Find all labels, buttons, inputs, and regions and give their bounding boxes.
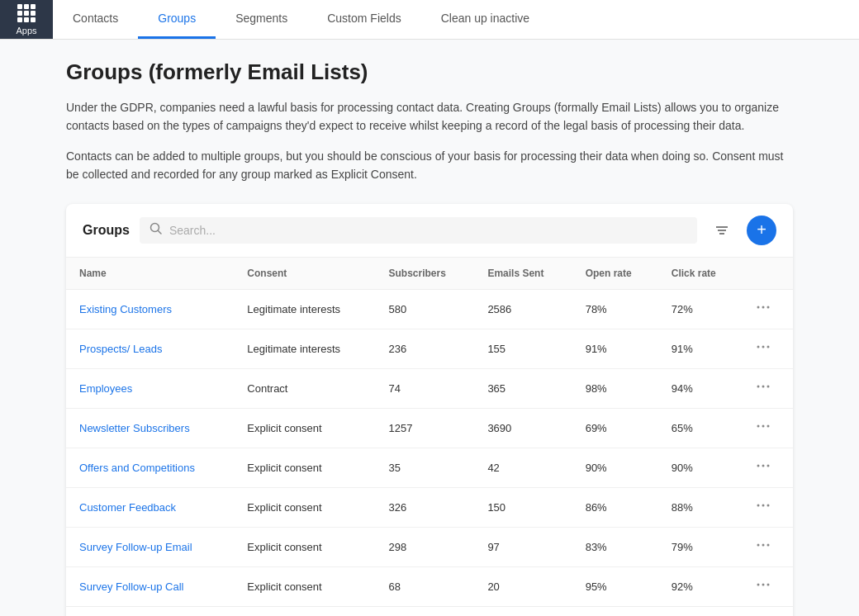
cell-name[interactable]: Survey Follow-up Email xyxy=(66,527,234,566)
col-name: Name xyxy=(66,258,234,290)
table-row: Prospects/ Leads Legitimate interests 23… xyxy=(66,329,793,368)
nav-tabs: Contacts Groups Segments Custom Fields C… xyxy=(53,0,549,39)
page-title: Groups (formerly Email Lists) xyxy=(66,59,793,85)
cell-open-rate: 86% xyxy=(572,487,658,527)
svg-point-26 xyxy=(757,583,760,585)
table-row: Existing Customers Legitimate interests … xyxy=(66,289,793,329)
add-group-button[interactable]: + xyxy=(747,216,776,245)
cell-consent: Contract xyxy=(234,368,375,408)
cell-consent: Explicit consent xyxy=(234,527,375,566)
description-1: Under the GDPR, companies need a lawful … xyxy=(66,98,793,135)
table-row: Newsletter Subscribers Explicit consent … xyxy=(66,408,793,448)
cell-actions[interactable] xyxy=(742,329,793,368)
svg-point-19 xyxy=(767,464,770,467)
cell-consent: Legitimate interests xyxy=(234,289,375,329)
cell-click-rate: 72% xyxy=(658,289,743,329)
cell-name[interactable]: Offers and Competitions xyxy=(66,448,234,487)
apps-label: Apps xyxy=(16,26,36,36)
col-click-rate: Click rate xyxy=(658,258,743,290)
cell-consent: Explicit consent xyxy=(234,448,375,487)
cell-name[interactable]: Survey Follow-up Call xyxy=(66,566,234,606)
row-actions-button[interactable] xyxy=(755,538,771,555)
cell-consent: Legitimate interests xyxy=(234,329,375,368)
table-row: Survey Follow-up Email Explicit consent … xyxy=(66,527,793,566)
table-header-row: Name Consent Subscribers Emails Sent Ope… xyxy=(66,258,793,290)
row-actions-button[interactable] xyxy=(755,578,771,595)
svg-point-15 xyxy=(762,424,765,427)
cell-open-rate: 83% xyxy=(572,527,658,566)
cell-subscribers: 326 xyxy=(376,487,475,527)
cell-subscribers: 236 xyxy=(376,329,475,368)
cell-emails-sent: 2586 xyxy=(474,289,572,329)
cell-click-rate: 88% xyxy=(658,487,743,527)
cell-actions[interactable] xyxy=(742,527,793,566)
cell-open-rate: 69% xyxy=(572,408,658,448)
svg-point-20 xyxy=(757,504,760,506)
svg-point-17 xyxy=(757,464,760,467)
cell-actions[interactable] xyxy=(742,566,793,606)
cell-subscribers: 68 xyxy=(376,566,475,606)
apps-grid-icon xyxy=(17,4,36,22)
add-icon: + xyxy=(757,220,766,239)
cell-emails-sent: 150 xyxy=(474,487,572,527)
row-actions-button[interactable] xyxy=(755,419,771,436)
row-actions-button[interactable] xyxy=(755,459,771,476)
cell-name[interactable]: Customer Feedback xyxy=(66,487,234,527)
table-card-title: Groups xyxy=(83,223,130,238)
svg-point-18 xyxy=(762,464,765,467)
svg-point-10 xyxy=(767,345,770,348)
tab-segments[interactable]: Segments xyxy=(216,0,307,39)
cell-click-rate: 90% xyxy=(658,448,743,487)
svg-point-22 xyxy=(767,504,770,506)
svg-point-9 xyxy=(762,345,765,348)
table-row: Survey Follow-up Call Explicit consent 6… xyxy=(66,566,793,606)
cell-subscribers: 1257 xyxy=(376,408,475,448)
col-actions xyxy=(742,258,793,290)
cell-click-rate: 79% xyxy=(658,527,743,566)
cell-actions[interactable] xyxy=(742,289,793,329)
cell-subscribers: 298 xyxy=(376,527,475,566)
tab-contacts[interactable]: Contacts xyxy=(53,0,138,39)
cell-open-rate: 91% xyxy=(572,329,658,368)
search-input[interactable] xyxy=(169,224,687,237)
cell-actions[interactable] xyxy=(742,368,793,408)
row-actions-button[interactable] xyxy=(755,301,771,317)
table-row: Offers and Competitions Explicit consent… xyxy=(66,448,793,487)
cell-click-rate: 65% xyxy=(658,408,743,448)
svg-point-12 xyxy=(762,385,765,387)
svg-point-21 xyxy=(762,504,765,506)
cell-actions[interactable] xyxy=(742,448,793,487)
cell-emails-sent: 97 xyxy=(474,527,572,566)
cell-name[interactable]: Employees xyxy=(66,368,234,408)
tab-custom-fields[interactable]: Custom Fields xyxy=(307,0,420,39)
row-actions-button[interactable] xyxy=(755,499,771,515)
col-open-rate: Open rate xyxy=(572,258,658,290)
svg-point-6 xyxy=(762,306,765,308)
col-subscribers: Subscribers xyxy=(376,258,475,290)
tab-clean-up[interactable]: Clean up inactive xyxy=(421,0,549,39)
filter-button[interactable] xyxy=(707,216,737,245)
cell-consent: Explicit consent xyxy=(234,487,375,527)
apps-button[interactable]: Apps xyxy=(0,0,53,39)
row-actions-button[interactable] xyxy=(755,340,771,357)
row-actions-button[interactable] xyxy=(755,380,771,396)
tab-groups[interactable]: Groups xyxy=(138,0,216,39)
groups-table: Name Consent Subscribers Emails Sent Ope… xyxy=(66,258,793,606)
cell-click-rate: 94% xyxy=(658,368,743,408)
svg-point-11 xyxy=(757,385,760,387)
svg-point-7 xyxy=(767,306,770,308)
cell-click-rate: 91% xyxy=(658,329,743,368)
table-row: Employees Contract 74 365 98% 94% xyxy=(66,368,793,408)
cell-name[interactable]: Newsletter Subscribers xyxy=(66,408,234,448)
cell-consent: Explicit consent xyxy=(234,566,375,606)
cell-emails-sent: 42 xyxy=(474,448,572,487)
svg-point-8 xyxy=(757,345,760,348)
cell-actions[interactable] xyxy=(742,408,793,448)
cell-name[interactable]: Existing Customers xyxy=(66,289,234,329)
cell-subscribers: 74 xyxy=(376,368,475,408)
cell-actions[interactable] xyxy=(742,487,793,527)
table-row: Customer Feedback Explicit consent 326 1… xyxy=(66,487,793,527)
cell-name[interactable]: Prospects/ Leads xyxy=(66,329,234,368)
cell-open-rate: 90% xyxy=(572,448,658,487)
search-box[interactable] xyxy=(140,217,697,244)
